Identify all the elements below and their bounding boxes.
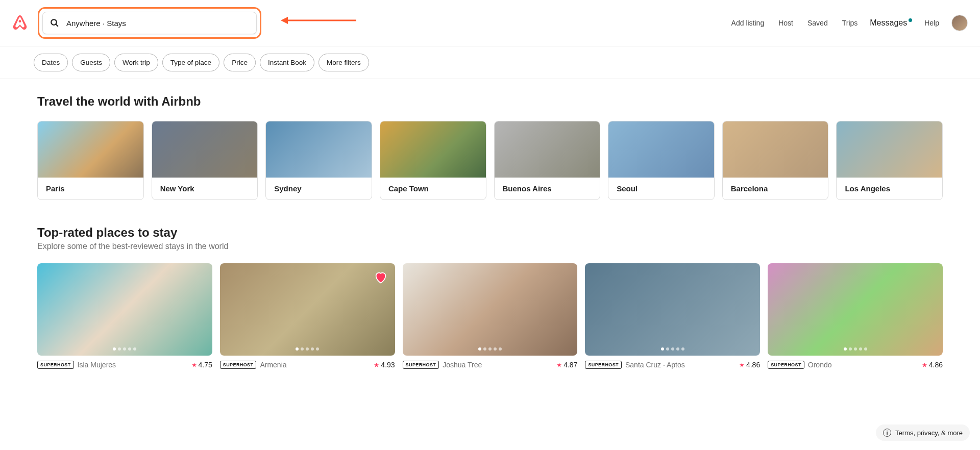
svg-point-0	[51, 19, 57, 25]
city-image	[38, 121, 143, 178]
listing-card[interactable]: SUPERHOST Armenia 4.93	[220, 263, 395, 369]
listings-section-subtitle: Explore some of the best-reviewed stays …	[37, 242, 943, 251]
city-name: Seoul	[608, 178, 714, 199]
city-card-paris[interactable]: Paris	[37, 121, 144, 200]
listing-location: Santa Cruz · Aptos	[625, 361, 685, 369]
city-card-los-angeles[interactable]: Los Angeles	[836, 121, 943, 200]
listing-card[interactable]: SUPERHOST Isla Mujeres 4.75	[37, 263, 212, 369]
listing-rating-value: 4.86	[929, 361, 943, 369]
listing-image	[768, 263, 943, 356]
star-icon	[374, 362, 379, 368]
carousel-dots	[113, 347, 136, 351]
filter-work-trip[interactable]: Work trip	[114, 54, 158, 71]
listing-image	[37, 263, 212, 356]
search-icon	[50, 18, 59, 28]
search-bar[interactable]: Anywhere · Stays	[42, 12, 257, 34]
listing-card[interactable]: SUPERHOST Orondo 4.86	[768, 263, 943, 369]
listing-location: Joshua Tree	[443, 361, 482, 369]
city-name: New York	[152, 178, 258, 199]
city-image	[608, 121, 714, 178]
city-image	[380, 121, 486, 178]
listing-card[interactable]: SUPERHOST Joshua Tree 4.87	[403, 263, 578, 369]
superhost-badge: SUPERHOST	[37, 361, 74, 369]
listing-image	[220, 263, 395, 356]
superhost-badge: SUPERHOST	[768, 361, 804, 369]
carousel-dots	[296, 347, 319, 351]
nav-host[interactable]: Host	[776, 17, 795, 29]
city-card-cape-town[interactable]: Cape Town	[380, 121, 486, 200]
listing-card[interactable]: SUPERHOST Santa Cruz · Aptos 4.86	[585, 263, 760, 369]
nav-trips[interactable]: Trips	[840, 17, 860, 29]
cities-section-title: Travel the world with Airbnb	[37, 94, 943, 109]
nav-saved[interactable]: Saved	[805, 17, 830, 29]
filter-dates[interactable]: Dates	[34, 54, 68, 71]
listing-location: Orondo	[808, 361, 832, 369]
listing-rating-value: 4.86	[746, 361, 760, 369]
listing-location: Isla Mujeres	[78, 361, 116, 369]
search-highlight-annotation: Anywhere · Stays	[38, 7, 261, 39]
city-image	[266, 121, 372, 178]
nav-messages[interactable]: Messages	[870, 18, 912, 28]
city-name: Paris	[38, 178, 143, 199]
listing-image	[403, 263, 578, 356]
city-card-seoul[interactable]: Seoul	[608, 121, 715, 200]
search-text: Anywhere · Stays	[66, 19, 126, 28]
nav-help[interactable]: Help	[922, 17, 941, 29]
city-name: Sydney	[266, 178, 372, 199]
listings-section-title: Top-rated places to stay	[37, 226, 943, 240]
star-icon	[191, 362, 197, 368]
city-name: Los Angeles	[837, 178, 942, 199]
filter-instant-book[interactable]: Instant Book	[260, 54, 314, 71]
star-icon	[922, 362, 927, 368]
city-card-sydney[interactable]: Sydney	[265, 121, 372, 200]
star-icon	[739, 362, 745, 368]
listing-location: Armenia	[260, 361, 286, 369]
filter-more-filters[interactable]: More filters	[318, 54, 369, 71]
city-image	[837, 121, 942, 178]
listing-rating-value: 4.93	[381, 361, 395, 369]
favorite-button[interactable]	[374, 270, 388, 285]
arrow-annotation	[281, 15, 357, 26]
city-image	[495, 121, 600, 178]
city-card-buenos-aires[interactable]: Buenos Aires	[494, 121, 601, 200]
city-card-new-york[interactable]: New York	[152, 121, 258, 200]
city-image	[152, 121, 258, 178]
carousel-dots	[661, 347, 684, 351]
carousel-dots	[478, 347, 502, 351]
svg-marker-3	[281, 17, 288, 24]
superhost-badge: SUPERHOST	[585, 361, 622, 369]
superhost-badge: SUPERHOST	[220, 361, 257, 369]
listing-rating-value: 4.75	[199, 361, 212, 369]
city-name: Buenos Aires	[495, 178, 600, 199]
star-icon	[556, 362, 562, 368]
city-image	[723, 121, 828, 178]
city-card-barcelona[interactable]: Barcelona	[722, 121, 829, 200]
svg-line-1	[56, 24, 58, 27]
listing-image	[585, 263, 760, 356]
user-avatar[interactable]	[951, 15, 968, 31]
nav-messages-label: Messages	[870, 18, 907, 28]
filter-type-of-place[interactable]: Type of place	[162, 54, 219, 71]
city-name: Barcelona	[723, 178, 828, 199]
superhost-badge: SUPERHOST	[403, 361, 439, 369]
filters-bar: Dates Guests Work trip Type of place Pri…	[0, 46, 980, 79]
listing-rating-value: 4.87	[564, 361, 577, 369]
carousel-dots	[844, 347, 867, 351]
nav-add-listing[interactable]: Add listing	[729, 17, 767, 29]
filter-price[interactable]: Price	[224, 54, 256, 71]
filter-guests[interactable]: Guests	[72, 54, 110, 71]
city-name: Cape Town	[380, 178, 486, 199]
airbnb-logo[interactable]	[12, 15, 28, 31]
notification-dot-icon	[909, 18, 912, 22]
